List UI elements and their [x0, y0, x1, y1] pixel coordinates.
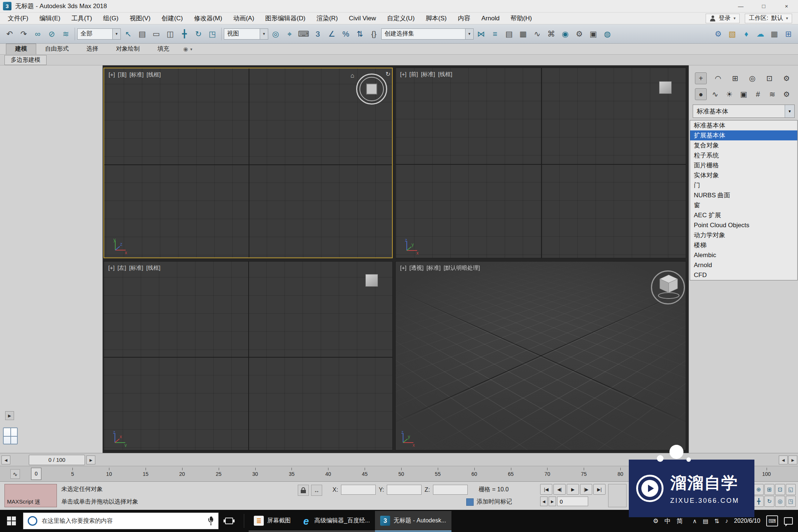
select-object-icon[interactable]: ↖ [122, 27, 135, 41]
viewport-general-menu[interactable]: [+] [109, 71, 115, 78]
category-list-item[interactable]: 复合对象 [690, 140, 797, 150]
chevron-down-icon[interactable]: ▾ [190, 47, 192, 52]
ribbon-config-icon[interactable]: ◉ [183, 46, 188, 52]
touch-keyboard-icon[interactable]: ⌨ [766, 515, 778, 526]
use-pivot-point-center-icon[interactable]: ◎ [269, 27, 282, 41]
category-list-item[interactable]: CFD [690, 270, 797, 280]
current-frame-marker[interactable]: 0 [31, 468, 41, 480]
menu-item[interactable]: Arnold [476, 13, 505, 24]
selection-filter-dropdown[interactable]: 全部 ▾ [77, 28, 121, 40]
display-tab-icon[interactable]: ⊡ [764, 72, 775, 84]
viewcube-icon[interactable] [365, 274, 378, 287]
autodesk-app-icon[interactable]: ♦ [740, 27, 753, 41]
login-dropdown[interactable]: 登录 ▾ [706, 14, 740, 23]
window-crossing-toggle-icon[interactable]: ◫ [164, 27, 177, 41]
menu-item[interactable]: 渲染(R) [311, 13, 344, 24]
ribbon-tab[interactable]: 填充 [149, 44, 178, 54]
viewport-shading-menu[interactable]: [线框] [146, 265, 160, 272]
viewport-shading-menu[interactable]: [线框] [438, 71, 452, 78]
menu-item[interactable]: 修改器(M) [188, 13, 228, 24]
tray-expand-icon[interactable]: ∧ [693, 518, 697, 525]
volume-icon[interactable]: ♪ [725, 518, 728, 524]
unlink-selection-icon[interactable]: ⊘ [45, 27, 58, 41]
systems-category-icon[interactable]: ⚙ [781, 88, 792, 100]
previous-key-icon[interactable]: ◀ [540, 497, 548, 506]
lights-category-icon[interactable]: ☀ [723, 88, 735, 100]
x-coordinate-field[interactable] [341, 485, 376, 495]
ribbon-tab[interactable]: 自由形式 [36, 44, 78, 54]
category-list-item[interactable]: 实体对象 [690, 170, 797, 180]
curve-editor-icon[interactable]: ∿ [531, 27, 544, 41]
viewport-style-menu[interactable]: [标准] [129, 265, 143, 272]
select-by-name-icon[interactable]: ▤ [136, 27, 149, 41]
taskbar-search-input[interactable]: 在这里输入你要搜索的内容 [23, 512, 219, 529]
category-list-item[interactable]: 楼梯 [690, 240, 797, 250]
motion-tab-icon[interactable]: ◎ [746, 72, 758, 84]
menu-item[interactable]: 脚本(S) [420, 13, 452, 24]
viewport-style-menu[interactable]: [标准] [426, 265, 440, 272]
maxscript-mini-listener[interactable]: MAXScript 迷 [4, 484, 57, 507]
taskbar-app-screenshot[interactable]: ≣ 屏幕截图 [249, 511, 296, 532]
network-status-icon[interactable]: ⇅ [714, 518, 719, 525]
pan-view-icon[interactable]: ╋ [754, 496, 764, 507]
rectangular-selection-region-icon[interactable]: ▭ [150, 27, 163, 41]
ime-settings-icon[interactable]: ⚙ [653, 517, 658, 525]
space-warps-category-icon[interactable]: ≋ [766, 88, 778, 100]
snaps-toggle-icon[interactable]: 3 [311, 27, 324, 41]
select-and-move-icon[interactable]: ╋ [178, 27, 191, 41]
category-list-item[interactable]: 扩展基本体 [690, 130, 797, 140]
play-animation-button[interactable]: ▶ [567, 484, 579, 495]
viewport-pov-menu[interactable]: [顶] [118, 71, 126, 78]
utilities-tab-icon[interactable]: ⚙ [781, 72, 792, 84]
category-list-item[interactable]: 窗 [690, 200, 797, 210]
modify-tab-icon[interactable]: ◠ [712, 72, 724, 84]
viewcube-rotation-gizmo[interactable] [356, 74, 387, 105]
ribbon-tab[interactable]: 对象绘制 [107, 44, 149, 54]
geometry-category-icon[interactable]: ● [695, 88, 707, 100]
menu-item[interactable]: 工具(T) [66, 13, 98, 24]
maximize-viewport-toggle-icon[interactable]: ◳ [786, 496, 796, 507]
chevron-down-icon[interactable]: ▾ [260, 29, 268, 39]
home-icon[interactable]: ⌂ [351, 72, 354, 79]
render-setup-icon[interactable]: ⚙ [573, 27, 586, 41]
category-list-item[interactable]: Alembic [690, 250, 797, 260]
viewport-perspective[interactable]: [+] [透视] [标准] [默认明暗处理] z x [395, 261, 686, 450]
chevron-down-icon[interactable]: ▾ [112, 29, 120, 39]
viewport-pov-menu[interactable]: [透视] [409, 265, 423, 272]
next-key-icon[interactable]: ▶ [549, 497, 556, 506]
viewcube-icon[interactable] [657, 273, 681, 299]
tray-app-window-icon[interactable]: ▤ [703, 518, 708, 525]
chevron-down-icon[interactable]: ▾ [465, 29, 473, 39]
viewport-general-menu[interactable]: [+] [400, 71, 406, 78]
bind-to-space-warp-icon[interactable]: ≋ [59, 27, 72, 41]
add-time-tag[interactable]: 添加时间标记 [466, 498, 512, 506]
menu-item[interactable]: 组(G) [98, 13, 124, 24]
reference-coordinate-dropdown[interactable]: 视图 ▾ [224, 28, 268, 40]
menu-item[interactable]: 自定义(U) [382, 13, 420, 24]
redo-icon[interactable]: ↷ [17, 27, 30, 41]
spinner-snap-icon[interactable]: ⇅ [353, 27, 366, 41]
menu-item[interactable]: 创建(C) [156, 13, 188, 24]
current-frame-field[interactable] [557, 497, 588, 506]
menu-item[interactable]: 帮助(H) [505, 13, 538, 24]
go-to-end-button[interactable]: ▶| [593, 484, 606, 495]
arnold-render-icon[interactable]: ▦ [768, 27, 781, 41]
viewport-general-menu[interactable]: [+] [400, 265, 406, 272]
taskbar-app-edge[interactable]: e 高级编辑器_百度经... [296, 511, 375, 532]
select-and-scale-icon[interactable]: ◳ [206, 27, 219, 41]
material-editor-icon[interactable]: ◉ [559, 27, 572, 41]
track-scroll-right-icon[interactable]: ▶ [788, 456, 797, 464]
menu-item[interactable]: 文件(F) [2, 13, 34, 24]
time-slider-left-arrow[interactable]: ◀ [1, 456, 10, 464]
mirror-icon[interactable]: ⋈ [474, 27, 488, 41]
keyboard-shortcut-override-icon[interactable]: ⌨ [297, 27, 310, 41]
category-list-item[interactable]: 面片栅格 [690, 160, 797, 170]
viewport-layout-tabs-icon[interactable] [3, 427, 18, 444]
menu-item[interactable]: 视图(V) [124, 13, 156, 24]
menu-item[interactable]: 编辑(E) [34, 13, 66, 24]
zoom-icon[interactable]: ⊕ [754, 484, 764, 495]
maximize-button[interactable]: □ [752, 0, 775, 12]
workspace-dropdown[interactable]: 工作区: 默认 ▾ [745, 14, 792, 23]
category-list-item[interactable]: 门 [690, 180, 797, 190]
viewport-front[interactable]: [+] [前] [标准] [线框] z x y [395, 68, 686, 258]
